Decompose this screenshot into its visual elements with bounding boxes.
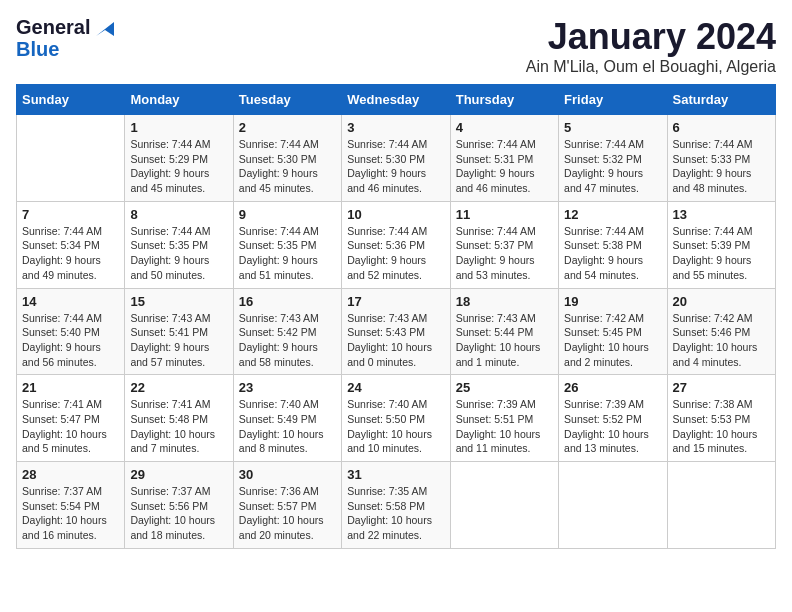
logo-text: General Blue [16,16,114,60]
day-info: Sunrise: 7:44 AMSunset: 5:39 PMDaylight:… [673,224,770,283]
calendar-cell: 10Sunrise: 7:44 AMSunset: 5:36 PMDayligh… [342,201,450,288]
calendar-cell: 28Sunrise: 7:37 AMSunset: 5:54 PMDayligh… [17,462,125,549]
calendar-cell [667,462,775,549]
col-header-friday: Friday [559,85,667,115]
calendar-cell: 2Sunrise: 7:44 AMSunset: 5:30 PMDaylight… [233,115,341,202]
calendar-cell: 19Sunrise: 7:42 AMSunset: 5:45 PMDayligh… [559,288,667,375]
day-number: 27 [673,380,770,395]
day-number: 19 [564,294,661,309]
col-header-tuesday: Tuesday [233,85,341,115]
day-info: Sunrise: 7:44 AMSunset: 5:35 PMDaylight:… [130,224,227,283]
calendar-cell: 26Sunrise: 7:39 AMSunset: 5:52 PMDayligh… [559,375,667,462]
day-number: 26 [564,380,661,395]
day-number: 22 [130,380,227,395]
calendar-cell: 15Sunrise: 7:43 AMSunset: 5:41 PMDayligh… [125,288,233,375]
day-number: 16 [239,294,336,309]
page-title: January 2024 [526,16,776,58]
logo: General Blue [16,16,114,60]
day-number: 13 [673,207,770,222]
calendar-cell: 6Sunrise: 7:44 AMSunset: 5:33 PMDaylight… [667,115,775,202]
day-info: Sunrise: 7:44 AMSunset: 5:30 PMDaylight:… [239,137,336,196]
day-number: 10 [347,207,444,222]
calendar-cell: 22Sunrise: 7:41 AMSunset: 5:48 PMDayligh… [125,375,233,462]
day-info: Sunrise: 7:36 AMSunset: 5:57 PMDaylight:… [239,484,336,543]
day-number: 6 [673,120,770,135]
day-number: 14 [22,294,119,309]
day-info: Sunrise: 7:39 AMSunset: 5:51 PMDaylight:… [456,397,553,456]
day-info: Sunrise: 7:35 AMSunset: 5:58 PMDaylight:… [347,484,444,543]
day-number: 12 [564,207,661,222]
calendar-cell: 8Sunrise: 7:44 AMSunset: 5:35 PMDaylight… [125,201,233,288]
day-info: Sunrise: 7:44 AMSunset: 5:38 PMDaylight:… [564,224,661,283]
calendar-cell: 18Sunrise: 7:43 AMSunset: 5:44 PMDayligh… [450,288,558,375]
day-info: Sunrise: 7:44 AMSunset: 5:35 PMDaylight:… [239,224,336,283]
day-info: Sunrise: 7:43 AMSunset: 5:41 PMDaylight:… [130,311,227,370]
page-subtitle: Ain M'Lila, Oum el Bouaghi, Algeria [526,58,776,76]
calendar-cell: 13Sunrise: 7:44 AMSunset: 5:39 PMDayligh… [667,201,775,288]
day-number: 20 [673,294,770,309]
day-info: Sunrise: 7:44 AMSunset: 5:40 PMDaylight:… [22,311,119,370]
calendar-cell: 29Sunrise: 7:37 AMSunset: 5:56 PMDayligh… [125,462,233,549]
day-number: 24 [347,380,444,395]
calendar-cell: 21Sunrise: 7:41 AMSunset: 5:47 PMDayligh… [17,375,125,462]
calendar-cell: 7Sunrise: 7:44 AMSunset: 5:34 PMDaylight… [17,201,125,288]
day-info: Sunrise: 7:44 AMSunset: 5:30 PMDaylight:… [347,137,444,196]
day-number: 5 [564,120,661,135]
calendar-cell: 27Sunrise: 7:38 AMSunset: 5:53 PMDayligh… [667,375,775,462]
day-number: 1 [130,120,227,135]
day-number: 9 [239,207,336,222]
day-number: 17 [347,294,444,309]
calendar-cell: 24Sunrise: 7:40 AMSunset: 5:50 PMDayligh… [342,375,450,462]
calendar-cell: 31Sunrise: 7:35 AMSunset: 5:58 PMDayligh… [342,462,450,549]
svg-marker-0 [96,22,114,36]
day-info: Sunrise: 7:44 AMSunset: 5:32 PMDaylight:… [564,137,661,196]
day-info: Sunrise: 7:43 AMSunset: 5:42 PMDaylight:… [239,311,336,370]
day-number: 31 [347,467,444,482]
day-info: Sunrise: 7:38 AMSunset: 5:53 PMDaylight:… [673,397,770,456]
day-info: Sunrise: 7:41 AMSunset: 5:48 PMDaylight:… [130,397,227,456]
day-info: Sunrise: 7:43 AMSunset: 5:44 PMDaylight:… [456,311,553,370]
day-info: Sunrise: 7:40 AMSunset: 5:50 PMDaylight:… [347,397,444,456]
calendar-cell: 4Sunrise: 7:44 AMSunset: 5:31 PMDaylight… [450,115,558,202]
logo-bird-icon [96,22,114,36]
calendar-cell: 3Sunrise: 7:44 AMSunset: 5:30 PMDaylight… [342,115,450,202]
day-info: Sunrise: 7:41 AMSunset: 5:47 PMDaylight:… [22,397,119,456]
day-info: Sunrise: 7:43 AMSunset: 5:43 PMDaylight:… [347,311,444,370]
col-header-thursday: Thursday [450,85,558,115]
calendar-table: SundayMondayTuesdayWednesdayThursdayFrid… [16,84,776,549]
day-info: Sunrise: 7:37 AMSunset: 5:54 PMDaylight:… [22,484,119,543]
day-number: 21 [22,380,119,395]
calendar-cell: 23Sunrise: 7:40 AMSunset: 5:49 PMDayligh… [233,375,341,462]
calendar-cell: 1Sunrise: 7:44 AMSunset: 5:29 PMDaylight… [125,115,233,202]
calendar-cell: 5Sunrise: 7:44 AMSunset: 5:32 PMDaylight… [559,115,667,202]
day-info: Sunrise: 7:44 AMSunset: 5:31 PMDaylight:… [456,137,553,196]
calendar-cell: 17Sunrise: 7:43 AMSunset: 5:43 PMDayligh… [342,288,450,375]
calendar-cell: 20Sunrise: 7:42 AMSunset: 5:46 PMDayligh… [667,288,775,375]
col-header-monday: Monday [125,85,233,115]
day-number: 18 [456,294,553,309]
day-info: Sunrise: 7:44 AMSunset: 5:34 PMDaylight:… [22,224,119,283]
day-info: Sunrise: 7:42 AMSunset: 5:46 PMDaylight:… [673,311,770,370]
day-number: 7 [22,207,119,222]
calendar-cell: 9Sunrise: 7:44 AMSunset: 5:35 PMDaylight… [233,201,341,288]
day-number: 2 [239,120,336,135]
day-number: 25 [456,380,553,395]
col-header-wednesday: Wednesday [342,85,450,115]
day-info: Sunrise: 7:39 AMSunset: 5:52 PMDaylight:… [564,397,661,456]
calendar-cell: 30Sunrise: 7:36 AMSunset: 5:57 PMDayligh… [233,462,341,549]
title-block: January 2024 Ain M'Lila, Oum el Bouaghi,… [526,16,776,76]
day-info: Sunrise: 7:40 AMSunset: 5:49 PMDaylight:… [239,397,336,456]
calendar-cell [559,462,667,549]
day-number: 8 [130,207,227,222]
calendar-cell [450,462,558,549]
day-number: 30 [239,467,336,482]
calendar-cell [17,115,125,202]
day-number: 11 [456,207,553,222]
day-info: Sunrise: 7:44 AMSunset: 5:29 PMDaylight:… [130,137,227,196]
col-header-saturday: Saturday [667,85,775,115]
calendar-cell: 14Sunrise: 7:44 AMSunset: 5:40 PMDayligh… [17,288,125,375]
day-info: Sunrise: 7:42 AMSunset: 5:45 PMDaylight:… [564,311,661,370]
day-info: Sunrise: 7:44 AMSunset: 5:36 PMDaylight:… [347,224,444,283]
day-number: 3 [347,120,444,135]
calendar-cell: 25Sunrise: 7:39 AMSunset: 5:51 PMDayligh… [450,375,558,462]
